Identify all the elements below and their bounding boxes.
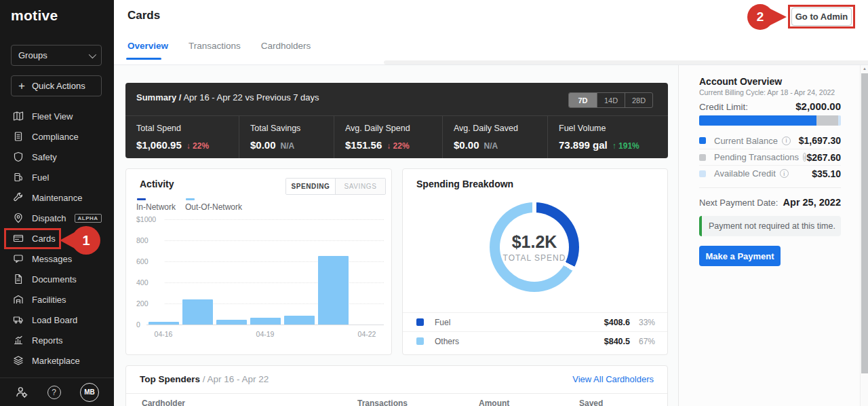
layers-icon <box>13 355 24 366</box>
activity-bars <box>146 219 384 325</box>
groups-label: Groups <box>18 50 47 60</box>
avatar[interactable]: MB <box>80 383 99 402</box>
info-icon[interactable] <box>780 169 789 178</box>
sidebar-item-load-board[interactable]: Load Board <box>0 310 114 330</box>
activity-title: Activity <box>140 179 174 189</box>
tab-overview[interactable]: Overview <box>127 41 168 58</box>
sidebar-item-messages[interactable]: Messages <box>0 248 114 269</box>
breakdown-row-fuel: Fuel $408.6 33% <box>403 312 667 331</box>
range-7d[interactable]: 7D <box>569 93 597 107</box>
wrench-icon <box>13 192 24 203</box>
main-content: Summary / Apr 16 - Apr 22 vs Previous 7 … <box>114 65 678 406</box>
sidebar-item-reports[interactable]: Reports <box>0 330 114 350</box>
scroll-up-arrow-icon[interactable] <box>861 65 868 72</box>
others-swatch <box>416 337 424 345</box>
quick-actions-button[interactable]: Quick Actions <box>11 75 102 96</box>
vertical-scrollbar[interactable] <box>860 65 868 406</box>
account-overview-title: Account Overview <box>699 76 841 87</box>
sidebar-item-dispatch[interactable]: Dispatch ALPHA <box>0 208 114 228</box>
sidebar-item-fleet-view[interactable]: Fleet View <box>0 106 114 126</box>
annotation-step-2: 2 <box>747 4 773 30</box>
account-overview-panel: Account Overview Current Billing Cycle: … <box>678 65 860 406</box>
sidebar-item-maintenance[interactable]: Maintenance <box>0 187 114 208</box>
x-tick-label: 04-16 <box>155 330 173 338</box>
row-pending-transactions: Pending Transactions $267.60 <box>699 149 841 165</box>
bar-slot <box>282 219 316 325</box>
row-available-credit: Available Credit $35.10 <box>699 165 841 181</box>
x-tick-label: 04-22 <box>358 330 376 338</box>
payment-notice: Payment not required at this time. <box>699 216 841 236</box>
toggle-savings[interactable]: SAVINGS <box>336 179 385 194</box>
bar-slot <box>214 219 248 325</box>
shield-icon <box>13 151 24 162</box>
activity-toggle: SPENDING SAVINGS <box>285 178 386 195</box>
available-credit-segment <box>838 115 841 126</box>
quick-actions-label: Quick Actions <box>32 81 85 91</box>
alpha-badge: ALPHA <box>75 214 102 223</box>
tab-cardholders[interactable]: Cardholders <box>261 41 311 58</box>
metric-total-savings: Total Savings $0.00N/A <box>239 115 334 158</box>
admin-user-icon[interactable] <box>15 386 28 399</box>
bar-slot <box>180 219 214 325</box>
location-pin-icon <box>13 213 24 223</box>
spending-breakdown-card: Spending Breakdown $1.2K TOTAL SPEND Fue… <box>402 168 668 355</box>
breakdown-row-others: Others $840.5 67% <box>403 331 667 350</box>
fuel-swatch <box>416 318 424 326</box>
divider <box>126 393 667 394</box>
summary-title: Summary / <box>136 92 181 103</box>
help-icon[interactable] <box>47 386 61 399</box>
column-transactions: Transactions <box>357 399 408 406</box>
toggle-spending[interactable]: SPENDING <box>286 179 336 194</box>
top-spenders-title: Top Spenders / Apr 16 - Apr 22 <box>140 374 269 384</box>
sidebar-item-documents[interactable]: Documents <box>0 269 114 289</box>
truck-icon <box>13 314 24 325</box>
scrollbar-thumb[interactable] <box>861 73 868 373</box>
view-all-cardholders-link[interactable]: View All Cardholders <box>572 374 654 384</box>
activity-card: Activity SPENDING SAVINGS In-Network Out… <box>125 168 392 355</box>
summary-period: Apr 16 - Apr 22 vs Previous 7 days <box>183 92 319 103</box>
sidebar: motive Groups Quick Actions Fleet View C… <box>0 0 114 406</box>
range-28d[interactable]: 28D <box>625 93 652 107</box>
make-a-payment-button[interactable]: Make a Payment <box>699 246 781 266</box>
groups-dropdown[interactable]: Groups <box>11 45 102 66</box>
top-spenders-period: / Apr 16 - Apr 22 <box>203 374 269 384</box>
column-amount: Amount <box>479 399 509 406</box>
bar <box>284 316 315 325</box>
bar <box>318 256 349 325</box>
sidebar-footer: MB <box>0 377 114 406</box>
sidebar-item-marketplace[interactable]: Marketplace <box>0 350 114 371</box>
legend-out-of-network: Out-Of-Network <box>185 202 242 212</box>
range-toggle: 7D 14D 28D <box>568 92 653 108</box>
map-icon <box>13 111 24 122</box>
bar-slot <box>146 219 180 325</box>
page-title: Cards <box>127 9 160 22</box>
sidebar-item-fuel[interactable]: Fuel <box>0 167 114 187</box>
legend-in-network: In-Network <box>136 202 176 212</box>
info-icon[interactable] <box>782 136 791 145</box>
tab-bar: Overview Transactions Cardholders <box>127 41 311 58</box>
summary-header: Summary / Apr 16 - Apr 22 vs Previous 7 … <box>136 92 319 103</box>
metric-total-spend: Total Spend $1,060.95↓ 22% <box>125 115 239 158</box>
x-axis-baseline <box>146 325 384 325</box>
row-current-balance: Current Balance $1,697.30 <box>699 132 841 149</box>
total-spend-value: $1.2K <box>512 232 557 252</box>
bar <box>182 299 213 325</box>
active-tab-underline <box>126 58 161 60</box>
legend-dash-in-network <box>137 198 146 200</box>
breakdown-title: Spending Breakdown <box>416 179 513 189</box>
app-window: motive Groups Quick Actions Fleet View C… <box>0 0 868 406</box>
metric-avg-daily-saved: Avg. Daily Saved $0.00N/A <box>442 115 547 158</box>
credit-usage-bar <box>699 115 841 126</box>
tab-transactions[interactable]: Transactions <box>189 41 241 58</box>
bar <box>250 318 281 325</box>
sidebar-item-facilities[interactable]: Facilities <box>0 289 114 310</box>
plus-icon <box>18 80 25 92</box>
bar <box>216 320 247 325</box>
range-14d[interactable]: 14D <box>597 93 625 107</box>
credit-card-icon <box>13 233 24 244</box>
sidebar-item-compliance[interactable]: Compliance <box>0 126 114 147</box>
sidebar-item-safety[interactable]: Safety <box>0 147 114 167</box>
go-to-admin-button[interactable]: Go to Admin <box>791 7 852 26</box>
document-icon <box>13 274 24 284</box>
total-spend-label: TOTAL SPEND <box>503 253 566 263</box>
